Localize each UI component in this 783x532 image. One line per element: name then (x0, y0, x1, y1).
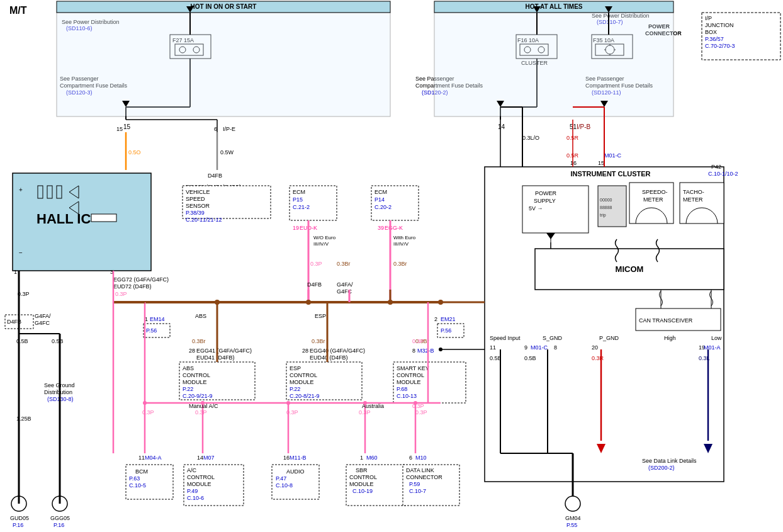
svg-text:0.3P: 0.3P (412, 338, 424, 344)
svg-text:CONTROL: CONTROL (397, 372, 424, 378)
svg-text:P.55: P.55 (566, 522, 577, 528)
svg-text:16: 16 (570, 160, 577, 166)
svg-text:MODULE: MODULE (290, 379, 314, 385)
svg-text:20: 20 (592, 344, 598, 351)
svg-text:6: 6 (409, 455, 412, 461)
svg-point-228 (306, 300, 311, 305)
svg-text:C.10-13: C.10-13 (397, 393, 417, 399)
svg-text:CONNECTOR: CONNECTOR (406, 474, 442, 480)
bcm-label: BCM (135, 468, 148, 475)
gm04-label: GM04 (565, 515, 581, 521)
svg-text:SPEED: SPEED (186, 196, 205, 202)
esp-label: ESP (315, 313, 326, 319)
svg-text:III/IV/V: III/IV/V (313, 241, 329, 247)
svg-text:0.5B: 0.5B (524, 355, 536, 361)
svg-text:P.68: P.68 (397, 386, 407, 392)
svg-point-249 (439, 348, 442, 351)
wire-05O-label: 0.5O (128, 149, 141, 156)
svg-rect-60 (91, 214, 116, 222)
svg-text:MODULE: MODULE (397, 379, 421, 385)
svg-text:M01-C: M01-C (531, 344, 548, 351)
svg-text:P.16: P.16 (54, 522, 64, 528)
svg-text:EUD40 (D4FB): EUD40 (D4FB) (310, 354, 348, 361)
wiring-diagram: HOT IN ON OR START HOT AT ALL TIMES M/T … (0, 0, 783, 532)
egg72-3-label: EGG72 (G4FA/G4FC) (113, 276, 169, 283)
svg-text:SENSOR: SENSOR (186, 203, 210, 209)
svg-text:MODULE: MODULE (183, 379, 207, 385)
svg-text:1: 1 (360, 455, 363, 461)
svg-text:11: 11 (138, 455, 145, 461)
svg-text:(SD200-2): (SD200-2) (648, 465, 675, 471)
ip-junction-label: I/P (705, 15, 712, 21)
svg-text:C.20-2: C.20-2 (375, 204, 392, 210)
svg-text:0.3P: 0.3P (310, 261, 322, 267)
svg-text:G4FA/: G4FA/ (337, 281, 353, 288)
svg-text:1: 1 (14, 269, 17, 275)
svg-text:CONTROL: CONTROL (187, 474, 215, 480)
svg-text:P42: P42 (711, 164, 721, 170)
abs-module-label: ABS (183, 365, 194, 371)
svg-text:15: 15 (116, 126, 123, 132)
see-data-link-label: See Data Link Details (642, 458, 697, 464)
ecm-p14-label: ECM (375, 189, 387, 195)
svg-point-229 (388, 300, 393, 305)
svg-text:I/P-E: I/P-E (223, 126, 235, 132)
svg-text:Distribution: Distribution (44, 389, 72, 395)
instrument-cluster-main-label: INSTRUMENT CLUSTER (570, 170, 650, 178)
svg-text:0.3Br: 0.3Br (192, 338, 206, 344)
svg-text:C.10-1/10-2: C.10-1/10-2 (708, 171, 738, 177)
svg-text:P.38/39: P.38/39 (186, 210, 205, 216)
esp-module-label: ESP (290, 365, 301, 371)
low-label: Low (711, 335, 722, 341)
svg-text:EM14: EM14 (150, 316, 165, 322)
svg-text:CONTROL: CONTROL (349, 474, 377, 480)
svg-text:EGG-K: EGG-K (385, 225, 403, 231)
speedometer-label: SPEEDO- (642, 189, 668, 195)
svg-text:METER: METER (643, 196, 663, 203)
svg-text:14: 14 (197, 455, 203, 461)
ac-module-label: A/C (187, 467, 197, 473)
d4fb-center-label: D4FB (307, 281, 322, 288)
svg-text:EUD72 (D4FB): EUD72 (D4FB) (113, 283, 152, 290)
data-link-label: DATA LINK (406, 467, 434, 473)
svg-text:15: 15 (598, 160, 604, 166)
svg-text:C.10-6: C.10-6 (187, 495, 204, 501)
pgnd-label: P_GND (599, 335, 619, 341)
audio-label: AUDIO (286, 468, 305, 475)
svg-text:M04-A: M04-A (145, 455, 162, 461)
svg-text:III/IV/V: III/IV/V (393, 241, 409, 247)
svg-text:I/P-B: I/P-B (577, 123, 591, 130)
svg-text:CONTROL: CONTROL (183, 372, 210, 378)
svg-text:BOX: BOX (705, 29, 717, 35)
svg-text:0.3Br: 0.3Br (312, 338, 325, 344)
smart-key-label: SMART KEY (397, 365, 429, 371)
d4fb-label: D4FB (208, 173, 222, 179)
svg-text:M10: M10 (415, 455, 427, 461)
svg-text:0.5B: 0.5B (490, 355, 502, 361)
svg-text:M11-B: M11-B (290, 455, 307, 461)
svg-text:C.10-5: C.10-5 (129, 482, 146, 489)
wire-14-label: 14 (498, 123, 505, 130)
svg-text:P.56: P.56 (146, 327, 157, 334)
svg-text:CONTROL: CONTROL (290, 372, 317, 378)
wire-15-label: 15 (123, 123, 131, 130)
svg-text:P.56: P.56 (441, 327, 451, 334)
svg-text:EM21: EM21 (441, 316, 456, 322)
svg-text:P14: P14 (375, 196, 385, 203)
ggg05-label: GGG05 (50, 515, 70, 521)
svg-text:C.10-19: C.10-19 (352, 488, 373, 494)
hall-ic-label: HALL IC (37, 211, 91, 227)
svg-text:G4FC: G4FC (35, 320, 50, 326)
svg-point-224 (565, 496, 580, 511)
abs-label: ABS (195, 313, 206, 319)
svg-text:19: 19 (293, 225, 299, 231)
gud05-label: GUD05 (10, 515, 29, 521)
svg-text:00000: 00000 (600, 198, 612, 202)
svg-text:P.16: P.16 (13, 522, 23, 528)
high-label: High (664, 335, 676, 341)
ecm-p15-label: ECM (293, 189, 305, 195)
svg-text:EGG41 (G4FA/G4FC): EGG41 (G4FA/G4FC) (196, 348, 252, 354)
svg-text:0.3L/O: 0.3L/O (522, 135, 539, 141)
svg-text:P.36/57: P.36/57 (705, 36, 724, 42)
svg-text:MODULE: MODULE (349, 481, 374, 487)
